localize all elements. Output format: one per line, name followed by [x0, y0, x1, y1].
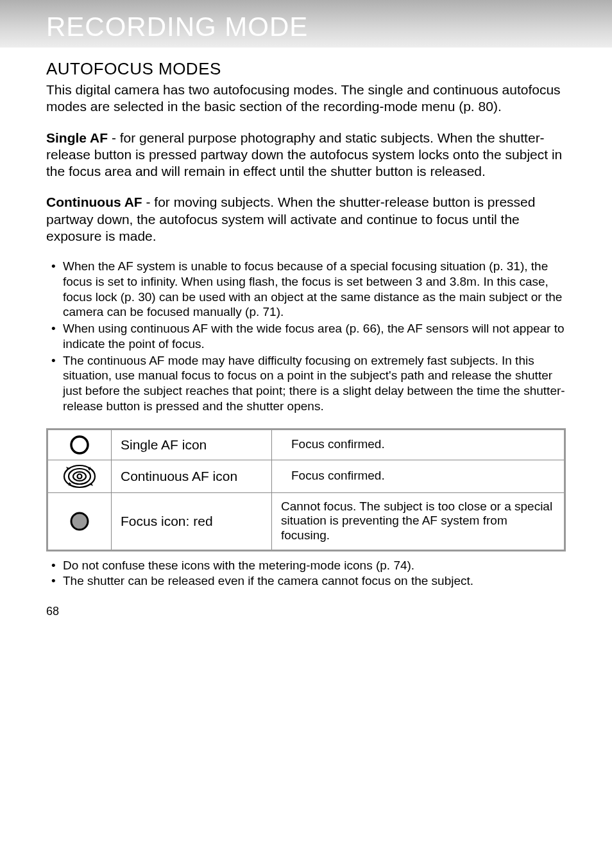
single-af-paragraph: Single AF - for general purpose photogra…	[46, 130, 566, 180]
table-row: Continuous AF icon Focus confirmed.	[47, 460, 565, 492]
svg-point-2	[69, 469, 90, 484]
continuous-af-paragraph: Continuous AF - for moving subjects. Whe…	[46, 194, 566, 245]
table-row: Single AF icon Focus confirmed.	[47, 429, 565, 460]
bullet-item: When the AF system is unable to focus be…	[49, 259, 566, 320]
svg-point-3	[73, 472, 86, 481]
svg-point-5	[71, 513, 88, 530]
note-item: Do not confuse these icons with the mete…	[49, 558, 566, 573]
page-content: AUTOFOCUS MODES This digital camera has …	[0, 48, 612, 618]
page-header: RECORDING MODE	[0, 0, 612, 48]
row2-label: Continuous AF icon	[112, 460, 272, 492]
focus-icon-table: Single AF icon Focus confirmed. Continuo…	[46, 428, 566, 551]
continuous-af-label: Continuous AF	[46, 195, 142, 209]
note-item: The shutter can be released even if the …	[49, 573, 566, 589]
intro-paragraph: This digital camera has two autofocusing…	[46, 82, 566, 116]
bullet-item: When using continuous AF with the wide f…	[49, 321, 566, 352]
section-title: AUTOFOCUS MODES	[46, 59, 566, 79]
page-number: 68	[46, 605, 566, 618]
note-bullets: Do not confuse these icons with the mete…	[46, 558, 566, 589]
continuous-af-icon	[47, 460, 112, 492]
row1-label: Single AF icon	[112, 429, 272, 460]
single-af-text: - for general purpose photography and st…	[46, 130, 562, 179]
row2-desc: Focus confirmed.	[272, 460, 565, 492]
condition-bullets: When the AF system is unable to focus be…	[46, 259, 566, 414]
single-af-label: Single AF	[46, 130, 108, 145]
svg-point-4	[78, 474, 82, 478]
svg-point-0	[71, 437, 88, 453]
row3-desc: Cannot focus. The subject is too close o…	[272, 492, 565, 550]
bullet-item: The continuous AF mode may have difficul…	[49, 353, 566, 414]
focus-red-icon	[47, 492, 112, 550]
page-header-title: RECORDING MODE	[46, 12, 566, 42]
row3-label: Focus icon: red	[112, 492, 272, 550]
row1-desc: Focus confirmed.	[272, 429, 565, 460]
single-af-icon	[47, 429, 112, 460]
table-row: Focus icon: red Cannot focus. The subjec…	[47, 492, 565, 550]
